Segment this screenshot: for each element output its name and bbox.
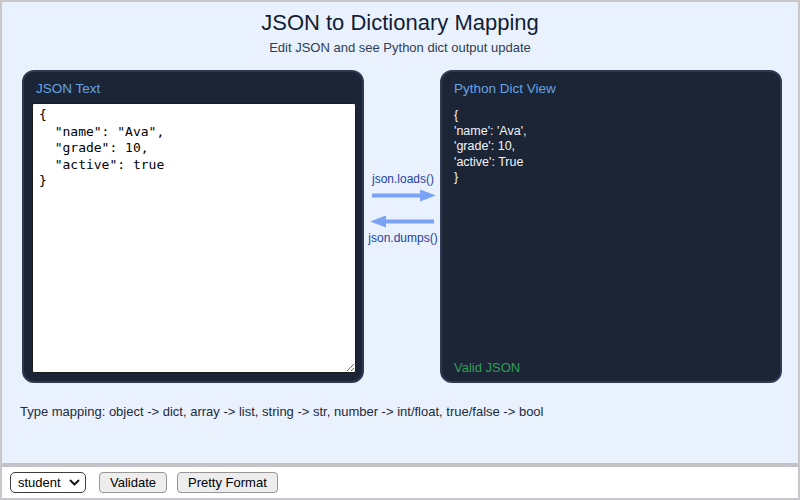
json-text-panel: JSON Text { "name": "Ava", "grade": 10, … — [22, 70, 364, 383]
arrow-left-icon — [370, 215, 436, 228]
bottom-toolbar: student Validate Pretty Format — [2, 467, 798, 498]
dict-output-text: { 'name': 'Ava', 'grade': 10, 'active': … — [454, 108, 780, 186]
validation-status-text: Valid JSON — [454, 360, 520, 375]
app-window: JSON to Dictionary Mapping Edit JSON and… — [0, 0, 800, 500]
json-panel-title: JSON Text — [36, 81, 362, 96]
page-subtitle: Edit JSON and see Python dict output upd… — [2, 40, 798, 55]
preset-select[interactable]: student — [10, 472, 86, 493]
json-input-textarea[interactable]: { "name": "Ava", "grade": 10, "active": … — [32, 103, 356, 373]
arrow-right-icon — [370, 189, 436, 202]
python-dict-panel: Python Dict View { 'name': 'Ava', 'grade… — [440, 70, 782, 383]
main-content: JSON to Dictionary Mapping Edit JSON and… — [2, 2, 798, 467]
validate-button[interactable]: Validate — [99, 472, 167, 493]
dict-panel-title: Python Dict View — [454, 81, 780, 96]
pretty-format-button[interactable]: Pretty Format — [177, 472, 278, 493]
type-mapping-note: Type mapping: object -> dict, array -> l… — [20, 404, 544, 419]
page-title: JSON to Dictionary Mapping — [2, 2, 798, 36]
json-loads-label: json.loads() — [372, 172, 434, 186]
json-dumps-label: json.dumps() — [368, 231, 437, 245]
conversion-flow: json.loads() json.dumps() — [364, 172, 442, 245]
preset-select-wrap: student — [10, 472, 86, 493]
